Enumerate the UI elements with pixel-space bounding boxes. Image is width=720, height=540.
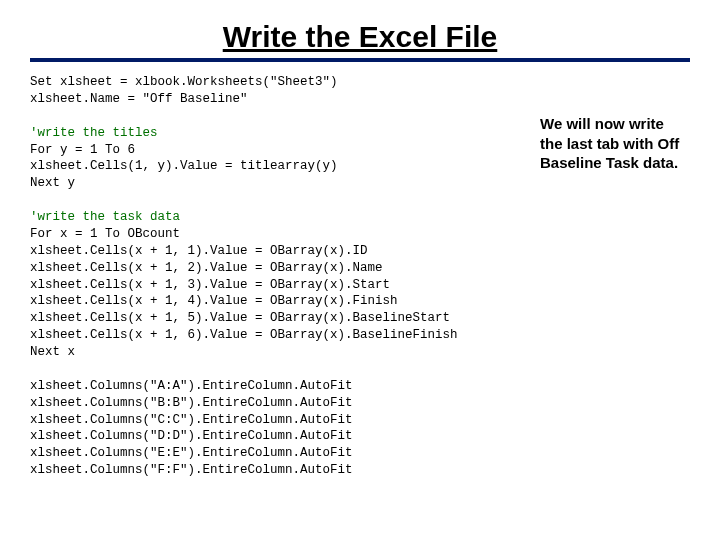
code-comment: 'write the titles	[30, 126, 158, 140]
content-area: Set xlsheet = xlbook.Worksheets("Sheet3"…	[30, 74, 690, 479]
code-line: Set xlsheet = xlbook.Worksheets("Sheet3"…	[30, 75, 338, 89]
code-line: xlsheet.Cells(1, y).Value = titlearray(y…	[30, 159, 338, 173]
code-line: xlsheet.Columns("C:C").EntireColumn.Auto…	[30, 413, 353, 427]
code-line: xlsheet.Cells(x + 1, 3).Value = OBarray(…	[30, 278, 390, 292]
code-line: For x = 1 To OBcount	[30, 227, 180, 241]
code-line: Next x	[30, 345, 75, 359]
slide-title: Write the Excel File	[30, 20, 690, 62]
code-line: xlsheet.Cells(x + 1, 6).Value = OBarray(…	[30, 328, 458, 342]
code-line: xlsheet.Name = "Off Baseline"	[30, 92, 248, 106]
code-comment: 'write the task data	[30, 210, 180, 224]
code-line: xlsheet.Cells(x + 1, 5).Value = OBarray(…	[30, 311, 450, 325]
code-line: xlsheet.Columns("F:F").EntireColumn.Auto…	[30, 463, 353, 477]
code-line: xlsheet.Cells(x + 1, 4).Value = OBarray(…	[30, 294, 398, 308]
code-line: xlsheet.Columns("E:E").EntireColumn.Auto…	[30, 446, 353, 460]
code-line: xlsheet.Cells(x + 1, 2).Value = OBarray(…	[30, 261, 383, 275]
side-note: We will now write the last tab with Off …	[540, 114, 690, 479]
code-line: For y = 1 To 6	[30, 143, 135, 157]
code-block: Set xlsheet = xlbook.Worksheets("Sheet3"…	[30, 74, 520, 479]
code-line: Next y	[30, 176, 75, 190]
code-line: xlsheet.Columns("B:B").EntireColumn.Auto…	[30, 396, 353, 410]
code-line: xlsheet.Columns("A:A").EntireColumn.Auto…	[30, 379, 353, 393]
code-line: xlsheet.Columns("D:D").EntireColumn.Auto…	[30, 429, 353, 443]
code-line: xlsheet.Cells(x + 1, 1).Value = OBarray(…	[30, 244, 368, 258]
